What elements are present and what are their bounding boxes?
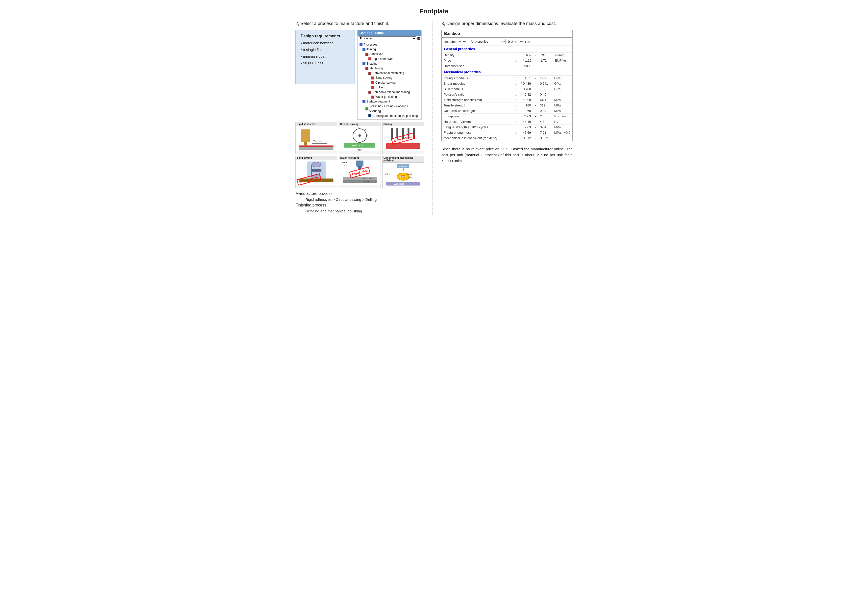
youngs-label: Young's modulus bbox=[442, 76, 513, 81]
fatigue-label: Fatigue strength at 10^7 cycles bbox=[442, 124, 513, 130]
hardness-unit: HV bbox=[552, 119, 572, 124]
compressive-hi: 99.9 bbox=[538, 108, 552, 113]
bulk-lo: 0.768 bbox=[519, 86, 533, 92]
poisson-unit bbox=[552, 92, 572, 97]
svg-text:Traverse: Traverse bbox=[313, 140, 322, 142]
svg-rect-1 bbox=[304, 142, 307, 146]
youngs-lo: 15.1 bbox=[519, 76, 533, 81]
row-date-first-used: Date first used ℹ -5000 bbox=[442, 64, 572, 69]
processes-dropdown[interactable]: Processes bbox=[359, 36, 416, 40]
column-divider bbox=[432, 21, 433, 215]
section3-heading: 3, Design proper dimensions, evaluate th… bbox=[442, 21, 573, 26]
bamboo-links-title: Bamboo - Links bbox=[358, 30, 422, 36]
bamboo-links-toolbar[interactable]: Processes ⊞ bbox=[358, 36, 422, 41]
elongation-info[interactable]: ℹ bbox=[513, 113, 519, 119]
fracture-lo: * 5.69 bbox=[519, 130, 533, 135]
tree-non-conventional: Non-conventional machining bbox=[360, 90, 419, 95]
svg-text:Fabric: Fabric bbox=[407, 173, 413, 176]
grinding-tree-icon bbox=[369, 114, 371, 117]
tree-rigid-adhesives: Rigid adhesives bbox=[360, 57, 419, 61]
row-density: Density ℹ 602 - 797 kg/m^3 bbox=[442, 53, 572, 58]
circular-sawing-icon bbox=[371, 81, 374, 84]
tree-drilling: Drilling bbox=[360, 85, 419, 90]
tree-grinding: Grinding and mechanical polishing bbox=[360, 113, 419, 118]
show-hide-button[interactable]: ✖⊠ Show/Hide bbox=[508, 40, 530, 44]
cost-note: Since there is no relevant price on CES,… bbox=[442, 146, 573, 164]
yield-info[interactable]: ℹ bbox=[513, 97, 519, 103]
density-info[interactable]: ℹ bbox=[513, 53, 519, 58]
shaping-icon bbox=[363, 62, 366, 65]
row-hardness: Hardness - Vickers ℹ * 3.49 - 4.3 HV bbox=[442, 119, 572, 124]
row-tensile: Tensile strength ℹ 160 - 319 MPa bbox=[442, 103, 572, 108]
svg-text:Honing stock: Honing stock bbox=[398, 165, 410, 168]
yield-label: Yield strength (elastic limit) bbox=[442, 97, 513, 103]
show-hide-label: Show/Hide bbox=[515, 40, 530, 44]
datasheet-view-dropdown[interactable]: All properties bbox=[469, 39, 506, 44]
mechanical-properties-table: Young's modulus ℹ 15.1 - 19.9 GPa Shear … bbox=[442, 76, 572, 141]
yield-lo: * 35.8 bbox=[519, 97, 533, 103]
yield-unit: MPa bbox=[552, 97, 572, 103]
density-label: Density bbox=[442, 53, 513, 58]
yield-hi: 44.1 bbox=[538, 97, 552, 103]
tree-circular-sawing: Circular sawing bbox=[360, 81, 419, 85]
price-unit: EUR/kg bbox=[553, 58, 572, 64]
tensile-lo: 160 bbox=[519, 103, 533, 108]
fatigue-info[interactable]: ℹ bbox=[513, 124, 519, 130]
youngs-info[interactable]: ℹ bbox=[513, 76, 519, 81]
hardness-label: Hardness - Vickers bbox=[442, 119, 513, 124]
tree-conventional: Conventional machining bbox=[360, 71, 419, 76]
manufacture-label: Manufacture process: bbox=[295, 191, 424, 196]
mech-loss-label: Mechanical loss coefficient (tan delta) bbox=[442, 135, 513, 141]
mech-loss-unit bbox=[552, 135, 572, 141]
hardness-info[interactable]: ℹ bbox=[513, 119, 519, 124]
bamboo-datasheet: Bamboo Datasheet view: All properties ✖⊠… bbox=[442, 30, 573, 141]
price-info[interactable]: ℹ bbox=[513, 58, 519, 64]
row-compressive: Compressive strength ℹ 60 - 99.9 MPa bbox=[442, 108, 572, 113]
row-poisson: Poisson's ratio ℹ 0.32 - 0.46 bbox=[442, 92, 572, 97]
shear-hi: 0.541 bbox=[538, 81, 552, 86]
bulk-info[interactable]: ℹ bbox=[513, 86, 519, 92]
fatigue-hi: 39.4 bbox=[538, 124, 552, 130]
shear-info[interactable]: ℹ bbox=[513, 81, 519, 86]
mech-loss-info[interactable]: ℹ bbox=[513, 135, 519, 141]
grinding-diagram: Honing stock Buffing Oil → Workpiece bbox=[383, 163, 424, 187]
date-info[interactable]: ℹ bbox=[513, 64, 519, 69]
req-item-3: minimise cost bbox=[301, 54, 350, 58]
fracture-info[interactable]: ℹ bbox=[513, 130, 519, 135]
datasheet-view-label: Datasheet view: bbox=[444, 40, 467, 44]
finishing-label: Finishing process: bbox=[295, 203, 424, 207]
proc-rigid-adhesives: Rigid adhesives Traverse Glue Line bbox=[295, 122, 337, 154]
proc-drilling: Drilling bbox=[382, 122, 424, 154]
svg-rect-25 bbox=[386, 143, 420, 149]
tree-waterjet: Water-jet cutting bbox=[360, 95, 419, 99]
shear-lo: * 0.439 bbox=[519, 81, 533, 86]
design-req-list: materical: bamboo a single flat minimise… bbox=[301, 41, 350, 65]
row-youngs: Young's modulus ℹ 15.1 - 19.9 GPa bbox=[442, 76, 572, 81]
bulk-unit: GPa bbox=[552, 86, 572, 92]
poisson-lo: 0.32 bbox=[519, 92, 533, 97]
svg-text:Cut slot: Cut slot bbox=[363, 180, 370, 183]
fracture-unit: MPa.m^0.5 bbox=[552, 130, 572, 135]
row-shear: Shear modulus ℹ * 0.439 - 0.541 GPa bbox=[442, 81, 572, 86]
compressive-unit: MPa bbox=[552, 108, 572, 113]
rigid-adhesives-diagram: Traverse Glue Line bbox=[296, 126, 337, 151]
mechanical-properties-header: Mechanical properties bbox=[442, 69, 572, 76]
tree-polishing: Polishing / etching / working / texturin… bbox=[360, 104, 419, 113]
bamboo-tree: Processes Joining Adhesives Rigid adhesi… bbox=[358, 41, 422, 119]
elongation-label: Elongation bbox=[442, 113, 513, 119]
svg-rect-0 bbox=[301, 129, 310, 142]
bamboo-links-box: Bamboo - Links Processes ⊞ Processes Joi… bbox=[357, 30, 422, 120]
waterjet-icon bbox=[371, 96, 374, 98]
req-item-4: 50,000 units bbox=[301, 61, 350, 65]
hardness-lo: * 3.49 bbox=[519, 119, 533, 124]
youngs-hi: 19.9 bbox=[538, 76, 552, 81]
poisson-info[interactable]: ℹ bbox=[513, 92, 519, 97]
compressive-label: Compressive strength bbox=[442, 108, 513, 113]
section2-heading: 2, Select a process to manufacture and f… bbox=[295, 21, 424, 26]
row-fracture: Fracture toughness ℹ * 5.69 - 7.01 MPa.m… bbox=[442, 130, 572, 135]
svg-rect-37 bbox=[343, 180, 377, 183]
tensile-info[interactable]: ℹ bbox=[513, 103, 519, 108]
row-elongation: Elongation ℹ * 2.3 - 2.8 % strain bbox=[442, 113, 572, 119]
compressive-info[interactable]: ℹ bbox=[513, 108, 519, 113]
bamboo-ds-toolbar: Datasheet view: All properties ✖⊠ Show/H… bbox=[442, 37, 572, 46]
